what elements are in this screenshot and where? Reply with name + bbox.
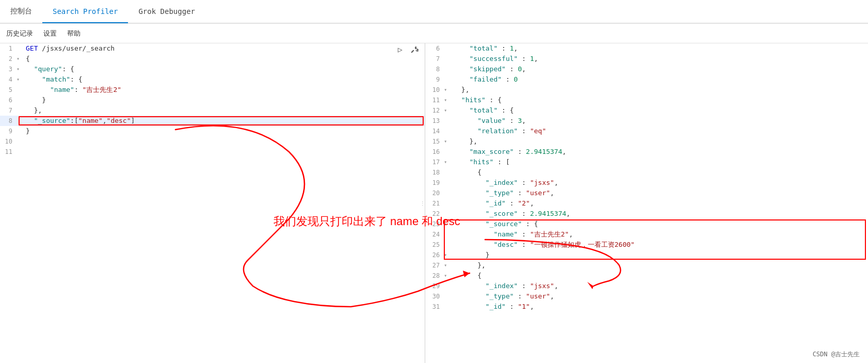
nav-settings[interactable]: 设置: [43, 29, 57, 38]
result-line-20: 20 "_type" : "user",: [425, 188, 868, 198]
code-editor[interactable]: 1 GET /jsxs/user/_search ▷ 2 ▾: [0, 43, 425, 363]
result-line-30: 30 "_type" : "user",: [425, 291, 868, 302]
result-line-10: 10 ▾ },: [425, 85, 868, 95]
result-line-29: 29 "_index" : "jsxs",: [425, 281, 868, 291]
result-line-13: 13 "value" : 3,: [425, 116, 868, 126]
editor-line-10: 10: [0, 136, 425, 147]
main-content: 1 GET /jsxs/user/_search ▷ 2 ▾: [0, 43, 868, 363]
tab-console[interactable]: 控制台: [0, 1, 42, 23]
result-line-16: 16 "max_score" : 2.9415374,: [425, 147, 868, 157]
secondary-nav: 历史记录 设置 帮助: [0, 24, 868, 43]
result-line-8: 8 "skipped" : 0,: [425, 64, 868, 74]
editor-line-2: 2 ▾ {: [0, 54, 425, 64]
editor-line-4: 4 ▾ "match": {: [0, 74, 425, 85]
editor-line-9: 9 }: [0, 126, 425, 136]
result-line-19: 19 "_index" : "jsxs",: [425, 178, 868, 188]
result-line-18: 18 {: [425, 167, 868, 178]
play-icon[interactable]: ▷: [395, 44, 405, 55]
editor-line-5: 5 "name": "吉士先生2": [0, 85, 425, 95]
watermark: CSDN @吉士先生: [813, 350, 860, 359]
editor-line-7: 7 },: [0, 105, 425, 116]
result-line-26: 26 ▾ }: [425, 250, 868, 260]
result-line-21: 21 "_id" : "2",: [425, 198, 868, 209]
result-line-6: 6 "total" : 1,: [425, 43, 868, 54]
result-line-25: 25 "desc" : "一顿操作猛如虎，一看工资2600": [425, 240, 868, 250]
result-line-11: 11 ▾ "hits" : {: [425, 95, 868, 105]
result-line-17: 17 ▾ "hits" : [: [425, 157, 868, 167]
tab-search-profiler[interactable]: Search Profiler: [42, 1, 128, 23]
results-panel: 6 "total" : 1, 7 "successful" : 1, 8 "sk…: [425, 43, 868, 363]
top-nav: 控制台 Search Profiler Grok Debugger: [0, 0, 868, 24]
editor-line-6: 6 }: [0, 95, 425, 105]
editor-line-1: 1 GET /jsxs/user/_search ▷: [0, 43, 425, 54]
result-line-15: 15 ▾ },: [425, 136, 868, 147]
result-line-9: 9 "failed" : 0: [425, 74, 868, 85]
tab-grok-debugger[interactable]: Grok Debugger: [128, 1, 205, 23]
nav-help[interactable]: 帮助: [67, 29, 81, 38]
result-line-22: 22 "_score" : 2.9415374,: [425, 209, 868, 219]
editor-line-3: 3 ▾ "query": {: [0, 64, 425, 74]
result-source-section: 23 ▾ "_source" : { 24 "name" : "吉士先生2", …: [425, 219, 868, 260]
result-line-28: 28 ▾ {: [425, 271, 868, 281]
wrench-icon[interactable]: [409, 44, 420, 55]
result-line-31: 31 "_id" : "1",: [425, 302, 868, 312]
panel-resize-handle[interactable]: ⋮: [421, 43, 425, 363]
result-line-12: 12 ▾ "total" : {: [425, 105, 868, 116]
editor-line-11: 11: [0, 147, 425, 157]
result-line-7: 7 "successful" : 1,: [425, 54, 868, 64]
result-line-27: 27 ▾ },: [425, 260, 868, 271]
result-line-24: 24 "name" : "吉士先生2",: [425, 229, 868, 240]
result-line-14: 14 "relation" : "eq": [425, 126, 868, 136]
result-line-23: 23 ▾ "_source" : {: [425, 219, 868, 229]
editor-panel: 1 GET /jsxs/user/_search ▷ 2 ▾: [0, 43, 425, 363]
editor-line-8: 8 "_source":["name","desc"]: [0, 116, 425, 126]
nav-history[interactable]: 历史记录: [6, 29, 33, 38]
editor-toolbar: ▷: [395, 44, 420, 55]
